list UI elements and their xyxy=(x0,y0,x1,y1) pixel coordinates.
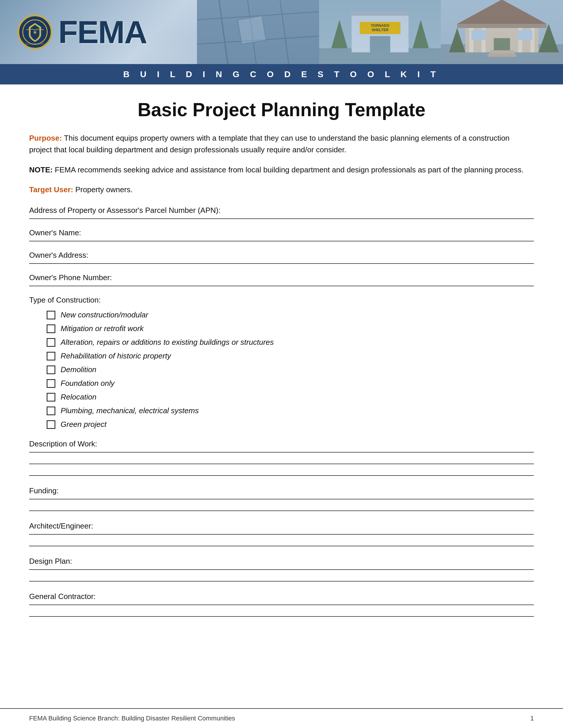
checkbox-box-4[interactable] xyxy=(47,365,55,374)
checkbox-label-4: Demolition xyxy=(61,365,96,374)
footer: FEMA Building Science Branch: Building D… xyxy=(0,708,563,728)
target-user-label: Target User: xyxy=(29,185,73,194)
owner-phone-label: Owner's Phone Number: xyxy=(29,273,534,282)
checkbox-label-3: Rehabilitation of historic property xyxy=(61,351,171,361)
checkbox-item[interactable]: Green project xyxy=(47,420,534,429)
note-text: FEMA recommends seeking advice and assis… xyxy=(53,165,524,174)
checkbox-box-8[interactable] xyxy=(47,420,55,429)
footer-text: FEMA Building Science Branch: Building D… xyxy=(29,715,235,722)
fema-wordmark: FEMA xyxy=(58,16,147,48)
architect-line-1 xyxy=(29,534,534,535)
header-img-block-2: TORNADO SHELTER xyxy=(319,0,441,64)
svg-rect-23 xyxy=(457,24,547,28)
construction-type-label: Type of Construction: xyxy=(29,296,534,305)
main-content: Basic Project Planning Template Purpose:… xyxy=(0,84,563,708)
general-contractor-line-1 xyxy=(29,605,534,605)
address-label: Address of Property or Assessor's Parcel… xyxy=(29,206,534,215)
checkbox-label-5: Foundation only xyxy=(61,379,114,388)
description-lines xyxy=(29,452,534,476)
funding-line-1 xyxy=(29,499,534,499)
target-user-text: Property owners. xyxy=(73,185,133,194)
blue-bar: B U I L D I N G C O D E S T O O L K I T xyxy=(0,64,563,84)
owner-name-field: Owner's Name: xyxy=(29,228,534,241)
design-plan-field: Design Plan: xyxy=(29,557,534,582)
checkbox-label-7: Plumbing, mechanical, electrical systems xyxy=(61,406,199,415)
address-line xyxy=(29,218,534,219)
design-plan-line-1 xyxy=(29,569,534,570)
design-plan-label: Design Plan: xyxy=(29,557,534,566)
svg-rect-28 xyxy=(494,38,510,52)
target-user-block: Target User: Property owners. xyxy=(29,184,534,195)
owner-name-label: Owner's Name: xyxy=(29,228,534,237)
svg-rect-12 xyxy=(370,36,390,52)
architect-line-2 xyxy=(29,546,534,546)
purpose-text: This document equips property owners wit… xyxy=(29,134,510,154)
owner-phone-field: Owner's Phone Number: xyxy=(29,273,534,286)
checkbox-item[interactable]: Plumbing, mechanical, electrical systems xyxy=(47,406,534,415)
funding-label: Funding: xyxy=(29,486,534,495)
general-contractor-line-2 xyxy=(29,616,534,617)
header-img-block-3 xyxy=(441,0,563,64)
dhs-logo: ★ U.S. DEPT OF HOMELAND SECURITY xyxy=(17,15,52,50)
architect-field: Architect/Engineer: xyxy=(29,522,534,546)
svg-marker-6 xyxy=(238,16,266,44)
checkbox-box-3[interactable] xyxy=(47,352,55,361)
checkbox-box-2[interactable] xyxy=(47,338,55,347)
owner-phone-line xyxy=(29,286,534,286)
purpose-block: Purpose: This document equips property o… xyxy=(29,132,534,156)
architect-lines xyxy=(29,534,534,546)
checkbox-box-5[interactable] xyxy=(47,379,55,388)
svg-text:SHELTER: SHELTER xyxy=(372,28,389,32)
checkbox-box-6[interactable] xyxy=(47,393,55,402)
checkbox-label-0: New construction/modular xyxy=(61,310,148,319)
checkbox-label-1: Mitigation or retrofit work xyxy=(61,324,144,333)
svg-rect-30 xyxy=(518,30,533,40)
description-line-1 xyxy=(29,452,534,453)
design-plan-line-2 xyxy=(29,581,534,582)
checkbox-item[interactable]: Mitigation or retrofit work xyxy=(47,324,534,333)
funding-lines xyxy=(29,499,534,511)
header-logo-area: ★ U.S. DEPT OF HOMELAND SECURITY FEMA xyxy=(17,15,147,50)
address-field: Address of Property or Assessor's Parcel… xyxy=(29,206,534,219)
construction-type-section: Type of Construction: New construction/m… xyxy=(29,296,534,429)
header-img-block-1 xyxy=(197,0,319,64)
funding-line-2 xyxy=(29,510,534,511)
note-label: NOTE: xyxy=(29,165,53,174)
checkbox-label-2: Alteration, repairs or additions to exis… xyxy=(61,338,273,347)
svg-rect-11 xyxy=(352,12,408,16)
owner-address-field: Owner's Address: xyxy=(29,251,534,264)
description-field: Description of Work: xyxy=(29,439,534,476)
checkbox-item[interactable]: Alteration, repairs or additions to exis… xyxy=(47,338,534,347)
owner-address-label: Owner's Address: xyxy=(29,251,534,260)
funding-field: Funding: xyxy=(29,486,534,511)
checkbox-box-0[interactable] xyxy=(47,311,55,319)
svg-text:U.S. DEPT OF HOMELAND SECURITY: U.S. DEPT OF HOMELAND SECURITY xyxy=(22,43,48,45)
owner-address-line xyxy=(29,263,534,264)
checkbox-item[interactable]: Foundation only xyxy=(47,379,534,388)
owner-name-line xyxy=(29,241,534,241)
checkbox-list: New construction/modularMitigation or re… xyxy=(29,310,534,429)
note-block: NOTE: FEMA recommends seeking advice and… xyxy=(29,164,534,176)
description-line-3 xyxy=(29,475,534,476)
checkbox-item[interactable]: Demolition xyxy=(47,365,534,374)
general-contractor-label: General Contractor: xyxy=(29,592,534,601)
svg-text:TORNADO: TORNADO xyxy=(371,24,389,28)
description-line-2 xyxy=(29,464,534,464)
description-label: Description of Work: xyxy=(29,439,534,448)
general-contractor-field: General Contractor: xyxy=(29,592,534,617)
checkbox-label-8: Green project xyxy=(61,420,107,429)
page-title: Basic Project Planning Template xyxy=(29,99,534,121)
checkbox-item[interactable]: New construction/modular xyxy=(47,310,534,319)
checkbox-box-1[interactable] xyxy=(47,324,55,333)
design-plan-lines xyxy=(29,569,534,582)
checkbox-item[interactable]: Rehabilitation of historic property xyxy=(47,351,534,361)
general-contractor-lines xyxy=(29,605,534,617)
checkbox-box-7[interactable] xyxy=(47,407,55,415)
header-banner: TORNADO SHELTER xyxy=(0,0,563,64)
header-images: TORNADO SHELTER xyxy=(197,0,563,64)
page: TORNADO SHELTER xyxy=(0,0,563,728)
svg-rect-32 xyxy=(488,54,516,57)
checkbox-item[interactable]: Relocation xyxy=(47,393,534,402)
footer-page: 1 xyxy=(530,715,534,722)
building-codes-toolkit-label: B U I L D I N G C O D E S T O O L K I T xyxy=(123,69,440,79)
